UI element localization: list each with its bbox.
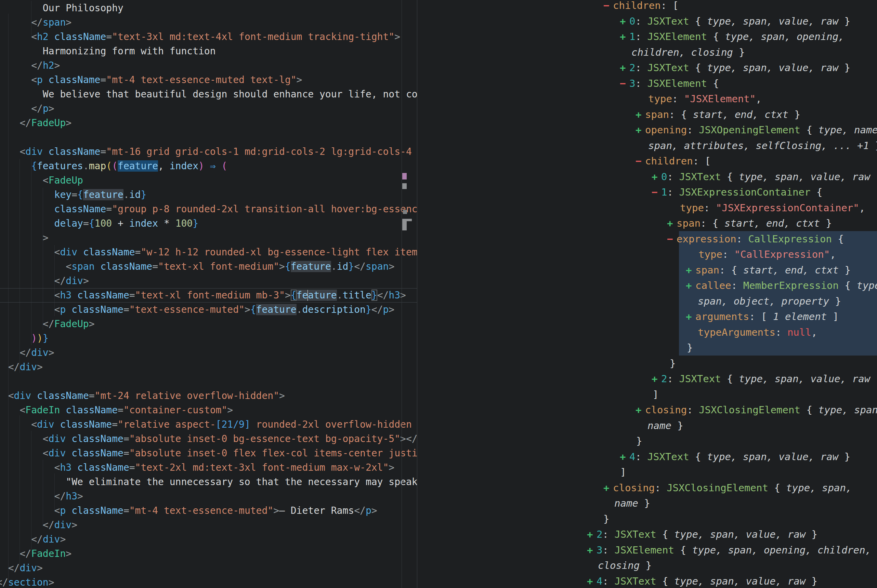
ast-row[interactable]: +1: JSXElement { type, span, opening, [620,29,844,45]
ast-row[interactable]: span, object, property } [698,294,841,309]
code-editor-pane[interactable]: Our Philosophy </span> <h2 className="te… [0,0,417,588]
ast-row[interactable]: −children: [ [635,153,711,169]
code-line[interactable]: "We eliminate the unnecessary so that th… [0,475,417,489]
tree-toggle-expand[interactable]: + [686,278,695,294]
code-line[interactable]: </h3> [0,489,417,504]
ast-row[interactable]: +3: JSXElement { type, span, opening, ch… [587,543,871,558]
ast-row[interactable]: typeArguments: null, [698,325,817,340]
tree-toggle-expand[interactable]: + [620,60,629,76]
tree-toggle-expand[interactable]: + [587,527,596,543]
ast-row[interactable]: name } [614,496,650,512]
code-line[interactable] [0,130,417,145]
ast-row[interactable]: type: "JSXElement", [648,91,762,107]
ast-row[interactable]: ] [653,387,658,403]
code-line[interactable]: </div> [0,346,417,360]
code-line[interactable]: </p> [0,102,417,116]
code-line[interactable]: ))} [0,331,417,346]
code-line[interactable]: </FadeIn> [0,547,417,561]
ast-row[interactable]: −children: [ [604,0,679,14]
code-line[interactable] [0,374,417,389]
code-line[interactable]: </div> [0,518,417,532]
code-line[interactable]: <div className="absolute inset-0 flex fl… [0,446,417,460]
tree-toggle-expand[interactable]: + [652,371,661,387]
code-line[interactable]: Our Philosophy [0,1,417,15]
code-line[interactable]: </section> [0,575,417,588]
code-line[interactable]: <h2 className="text-3xl md:text-4xl font… [0,30,417,44]
code-line[interactable]: </FadeUp> [0,317,417,331]
ast-row[interactable]: children, closing } [631,45,745,60]
ast-row[interactable]: span, attributes, selfClosing, ... +1 } [648,138,877,154]
ast-row[interactable]: +4: JSXText { type, span, value, raw } [620,449,850,465]
ast-row[interactable]: +span: { start, end, ctxt } [686,262,851,278]
tree-toggle-collapse[interactable]: − [667,231,677,247]
code-line[interactable]: className="group p-8 rounded-2xl transit… [0,202,417,216]
code-line[interactable]: > [0,231,417,245]
ast-row[interactable]: name } [647,418,683,434]
ast-row[interactable]: } [687,340,693,356]
tree-toggle-collapse[interactable]: − [635,153,645,169]
tree-toggle-expand[interactable]: + [635,402,645,418]
ast-row[interactable]: } [636,434,642,449]
ast-row[interactable]: −expression: CallExpression { [667,231,844,247]
tree-toggle-expand[interactable]: + [620,14,629,29]
code-line-current[interactable]: <h3 className="text-xl font-medium mb-3"… [0,288,417,303]
ast-row[interactable]: +2: JSXText { type, span, value, raw } [587,527,817,543]
tree-toggle-expand[interactable]: + [635,122,645,138]
ast-row[interactable]: +4: JSXText { type, span, value, raw } [587,574,817,588]
code-line[interactable]: <div className="relative aspect-[21/9] r… [0,417,417,432]
ast-row[interactable]: +0: JSXText { type, span, value, raw } [652,169,877,185]
code-line[interactable]: <span className="text-xl font-medium">{f… [0,260,417,274]
code-line[interactable]: delay={100 + index * 100} [0,216,417,231]
code-line[interactable]: <h3 className="text-2xl md:text-3xl font… [0,460,417,475]
ast-row[interactable]: type: "CallExpression", [698,247,836,262]
ast-row[interactable]: } [604,512,609,527]
tree-toggle-expand[interactable]: + [667,216,677,231]
code-line[interactable]: key={feature.id} [0,188,417,202]
ast-row[interactable]: +opening: JSXOpeningElement { type, name… [635,122,877,138]
code-line[interactable]: </FadeUp> [0,116,417,130]
ast-row[interactable]: +2: JSXText { type, span, value, raw } [652,371,877,387]
ast-row[interactable]: −1: JSXExpressionContainer { [652,184,822,200]
tree-toggle-expand[interactable]: + [620,29,629,45]
code-line[interactable]: </span> [0,15,417,30]
ast-row[interactable]: type: "JSXExpressionContainer", [680,200,865,216]
code-line[interactable]: <p className="mt-4 text-essence-muted">—… [0,504,417,518]
ast-row[interactable]: +span: { start, end, ctxt } [635,107,800,123]
ast-row[interactable]: +closing: JSXClosingElement { type, span… [635,402,877,418]
code-line[interactable]: <p className="mt-4 text-essence-muted te… [0,73,417,87]
code-line[interactable]: Harmonizing form with function [0,44,417,58]
tree-toggle-expand[interactable]: + [587,574,596,588]
tree-toggle-collapse[interactable]: − [620,76,629,92]
code-line[interactable]: </div> [0,274,417,288]
ast-row[interactable]: +span: { start, end, ctxt } [667,216,832,231]
code-line[interactable]: We believe that beautiful design should … [0,87,417,102]
ast-row[interactable]: +callee: MemberExpression { type, [686,278,877,294]
code-line[interactable]: <div className="absolute inset-0 bg-esse… [0,432,417,446]
ast-row[interactable]: +0: JSXText { type, span, value, raw } [620,14,850,29]
code-line[interactable]: <p className="text-essence-muted">{featu… [0,303,417,317]
ast-row[interactable]: +closing: JSXClosingElement { type, span… [604,480,852,496]
code-line[interactable]: </div> [0,561,417,575]
tree-toggle-expand[interactable]: + [686,309,695,325]
ast-row[interactable]: −3: JSXElement { [620,76,719,92]
tree-toggle-expand[interactable]: + [620,449,629,465]
code-line[interactable]: <div className="mt-24 relative overflow-… [0,389,417,403]
tree-toggle-expand[interactable]: + [635,107,645,123]
tree-toggle-expand[interactable]: + [587,543,596,558]
ast-row[interactable]: +arguments: [ 1 element ] [686,309,839,325]
ast-row[interactable]: closing } [598,558,652,574]
code-line[interactable]: <div className="w-12 h-12 rounded-xl bg-… [0,245,417,260]
tree-toggle-collapse[interactable]: − [604,0,613,14]
code-line[interactable]: {features.map((feature, index) ⇒ ( [0,159,417,173]
tree-toggle-expand[interactable]: + [604,480,613,496]
tree-toggle-expand[interactable]: + [652,169,661,185]
ast-row[interactable]: } [670,356,676,372]
code-line[interactable]: </h2> [0,58,417,73]
tree-toggle-collapse[interactable]: − [652,184,661,200]
ast-row[interactable]: +2: JSXText { type, span, value, raw } [620,60,850,76]
ast-row[interactable]: ] [620,465,626,480]
code-line[interactable]: <div className="mt-16 grid grid-cols-1 m… [0,145,417,159]
code-line[interactable]: </div> [0,360,417,374]
tree-toggle-expand[interactable]: + [686,262,695,278]
code-line[interactable]: </div> [0,532,417,547]
